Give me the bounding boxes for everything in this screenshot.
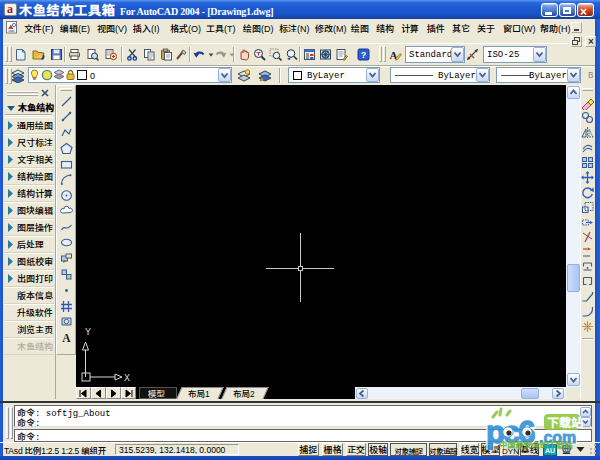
svg-text:?: ? [361,50,367,60]
svg-text:中国最安全的下载站: 中国最安全的下载站 [499,438,574,450]
svg-text:A: A [62,332,71,344]
svg-text:Y: Y [85,327,91,338]
svg-text:下载站: 下载站 [547,413,584,430]
svg-text:X: X [124,373,130,384]
